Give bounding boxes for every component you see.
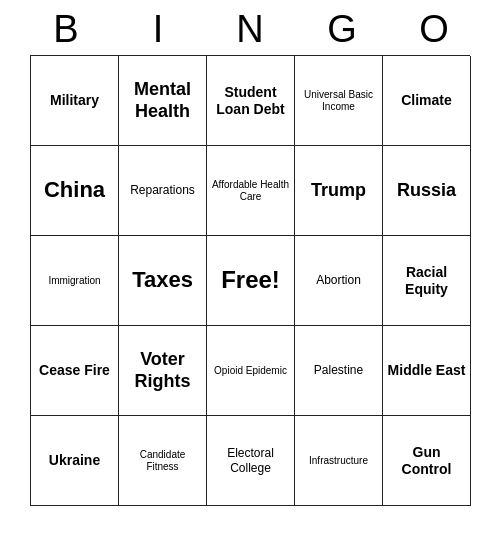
cell-text-11: Taxes	[132, 267, 193, 293]
cell-text-3: Universal Basic Income	[299, 89, 378, 113]
header-i: I	[114, 8, 202, 51]
bingo-cell-18: Palestine	[295, 326, 383, 416]
cell-text-4: Climate	[401, 92, 452, 109]
bingo-cell-23: Infrastructure	[295, 416, 383, 506]
cell-text-6: Reparations	[130, 183, 195, 197]
cell-text-14: Racial Equity	[387, 264, 466, 298]
cell-text-2: Student Loan Debt	[211, 84, 290, 118]
cell-text-22: Electoral College	[211, 446, 290, 475]
header-n: N	[206, 8, 294, 51]
cell-text-0: Military	[50, 92, 99, 109]
header-o: O	[390, 8, 478, 51]
cell-text-17: Opioid Epidemic	[214, 365, 287, 377]
cell-text-13: Abortion	[316, 273, 361, 287]
bingo-cell-0: Military	[31, 56, 119, 146]
cell-text-23: Infrastructure	[309, 455, 368, 467]
cell-text-10: Immigration	[48, 275, 100, 287]
bingo-cell-4: Climate	[383, 56, 471, 146]
cell-text-12: Free!	[221, 266, 280, 295]
cell-text-20: Ukraine	[49, 452, 100, 469]
bingo-cell-6: Reparations	[119, 146, 207, 236]
bingo-cell-3: Universal Basic Income	[295, 56, 383, 146]
bingo-cell-21: Candidate Fitness	[119, 416, 207, 506]
bingo-header: B I N G O	[20, 0, 480, 55]
header-g: G	[298, 8, 386, 51]
cell-text-18: Palestine	[314, 363, 363, 377]
bingo-cell-12: Free!	[207, 236, 295, 326]
cell-text-15: Cease Fire	[39, 362, 110, 379]
cell-text-5: China	[44, 177, 105, 203]
cell-text-7: Affordable Health Care	[211, 179, 290, 203]
cell-text-21: Candidate Fitness	[123, 449, 202, 473]
bingo-cell-14: Racial Equity	[383, 236, 471, 326]
bingo-cell-16: Voter Rights	[119, 326, 207, 416]
cell-text-8: Trump	[311, 180, 366, 202]
bingo-grid: MilitaryMental HealthStudent Loan DebtUn…	[30, 55, 470, 506]
bingo-cell-11: Taxes	[119, 236, 207, 326]
bingo-cell-7: Affordable Health Care	[207, 146, 295, 236]
bingo-cell-20: Ukraine	[31, 416, 119, 506]
bingo-cell-1: Mental Health	[119, 56, 207, 146]
header-b: B	[22, 8, 110, 51]
bingo-cell-17: Opioid Epidemic	[207, 326, 295, 416]
cell-text-24: Gun Control	[387, 444, 466, 478]
bingo-cell-2: Student Loan Debt	[207, 56, 295, 146]
bingo-cell-13: Abortion	[295, 236, 383, 326]
cell-text-1: Mental Health	[123, 79, 202, 122]
bingo-cell-5: China	[31, 146, 119, 236]
bingo-cell-22: Electoral College	[207, 416, 295, 506]
cell-text-16: Voter Rights	[123, 349, 202, 392]
bingo-cell-9: Russia	[383, 146, 471, 236]
cell-text-9: Russia	[397, 180, 456, 202]
bingo-cell-24: Gun Control	[383, 416, 471, 506]
bingo-cell-8: Trump	[295, 146, 383, 236]
bingo-cell-19: Middle East	[383, 326, 471, 416]
bingo-cell-15: Cease Fire	[31, 326, 119, 416]
cell-text-19: Middle East	[388, 362, 466, 379]
bingo-cell-10: Immigration	[31, 236, 119, 326]
